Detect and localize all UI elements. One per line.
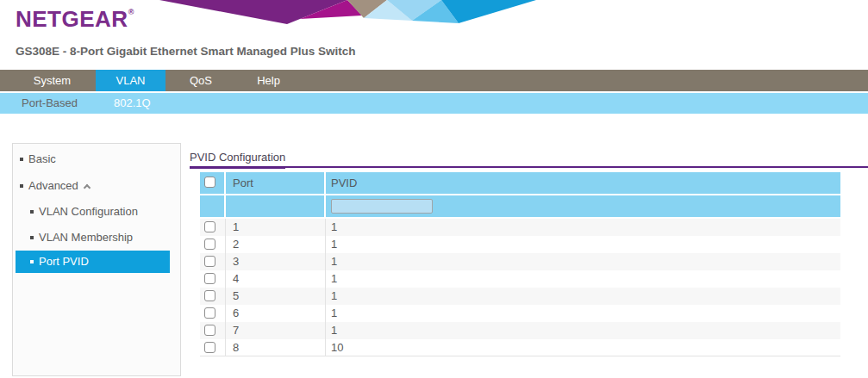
port-cell: 2 [226, 236, 326, 253]
pvid-cell: 1 [326, 253, 840, 270]
bullet-icon [30, 260, 34, 263]
pvid-cell: 1 [326, 305, 840, 322]
table-row: 2 1 [200, 236, 840, 253]
bullet-icon [30, 210, 34, 214]
sidebar-item-label: Port PVID [39, 255, 89, 268]
pvid-cell: 1 [326, 270, 840, 288]
row-checkbox[interactable] [204, 342, 215, 353]
table-row: 4 1 [200, 270, 840, 288]
subnav-item-8021q[interactable]: 802.1Q [114, 93, 151, 114]
table-row: 1 1 [200, 219, 840, 236]
sidebar-item-label: Basic [28, 152, 56, 165]
bullet-icon [20, 184, 23, 188]
row-checkbox[interactable] [204, 221, 215, 232]
row-checkbox[interactable] [204, 273, 215, 284]
sidebar-item-label: Advanced [28, 179, 78, 192]
pvid-table: Port PVID 1 1 2 1 3 1 4 1 5 1 6 1 [200, 172, 840, 356]
port-cell: 5 [226, 288, 326, 305]
port-cell: 6 [226, 305, 326, 322]
tab-qos[interactable]: QoS [168, 70, 234, 91]
port-cell: 3 [226, 253, 326, 270]
sidebar-item-port-pvid[interactable]: Port PVID [16, 251, 170, 273]
tab-system[interactable]: System [11, 70, 93, 91]
select-all-cell [200, 172, 226, 194]
table-row: 3 1 [200, 253, 840, 270]
select-all-checkbox[interactable] [204, 177, 215, 188]
vlan-subnav: Port-Based 802.1Q [0, 93, 868, 114]
sidebar: Basic Advanced VLAN Configuration VLAN M… [12, 143, 181, 376]
row-checkbox[interactable] [204, 325, 215, 336]
row-checkbox[interactable] [204, 290, 215, 301]
column-header-port: Port [226, 172, 326, 194]
table-row: 5 1 [200, 288, 840, 305]
chevron-up-icon [84, 184, 91, 191]
bullet-icon [20, 158, 23, 161]
page-title: GS308E - 8-Port Gigabit Ethernet Smart M… [16, 45, 356, 58]
sidebar-item-basic[interactable]: Basic [13, 152, 180, 166]
table-row: 6 1 [200, 305, 840, 322]
netgear-logo-text: NETGEAR [16, 6, 128, 32]
bullet-icon [30, 236, 34, 239]
section-header: PVID Configuration [190, 151, 868, 168]
table-row: 8 10 [200, 339, 840, 356]
row-checkbox[interactable] [204, 256, 215, 267]
pvid-cell: 1 [326, 219, 840, 236]
sidebar-item-label: VLAN Membership [39, 231, 133, 244]
sidebar-item-vlan-membership[interactable]: VLAN Membership [13, 231, 180, 245]
row-checkbox[interactable] [204, 239, 215, 250]
port-cell: 8 [226, 339, 326, 356]
sidebar-item-vlan-configuration[interactable]: VLAN Configuration [13, 205, 180, 219]
pvid-cell: 1 [326, 322, 840, 339]
pvid-input[interactable] [331, 199, 433, 214]
netgear-logo: NETGEAR® [16, 6, 134, 33]
table-header-row: Port PVID [200, 172, 840, 194]
port-cell: 4 [226, 270, 326, 288]
tab-help[interactable]: Help [236, 70, 301, 91]
main-navbar: System VLAN QoS Help [0, 70, 868, 91]
row-checkbox[interactable] [204, 307, 215, 319]
table-edit-row [200, 195, 840, 217]
section-title: PVID Configuration [190, 151, 285, 169]
sidebar-item-advanced[interactable]: Advanced [13, 179, 180, 193]
pvid-cell: 10 [326, 339, 840, 356]
port-cell: 1 [226, 219, 326, 236]
tab-vlan[interactable]: VLAN [96, 70, 165, 91]
pvid-cell: 1 [326, 236, 840, 253]
pvid-cell: 1 [326, 288, 840, 305]
registered-trademark-symbol: ® [128, 8, 134, 16]
table-row: 7 1 [200, 322, 840, 339]
column-header-pvid: PVID [326, 172, 840, 194]
port-cell: 7 [226, 322, 326, 339]
subnav-item-port-based[interactable]: Port-Based [22, 93, 78, 114]
sidebar-item-label: VLAN Configuration [39, 205, 138, 218]
